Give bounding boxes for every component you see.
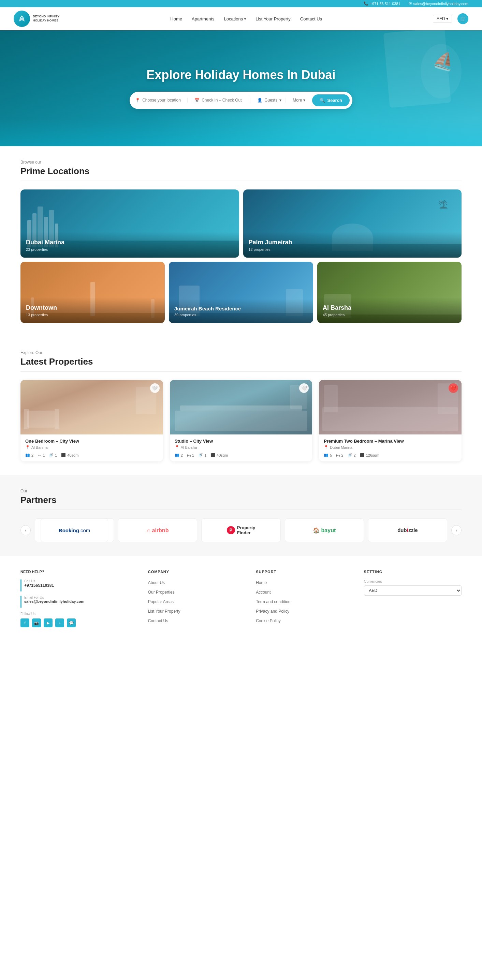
- cart-icon[interactable]: 🛒: [457, 13, 468, 24]
- wishlist-button-1[interactable]: 🤍: [150, 383, 160, 393]
- location-card-dubai-marina[interactable]: Dubai Marina 23 properties: [21, 189, 239, 258]
- locations-section-label: Browse our: [21, 160, 461, 165]
- partners-next-button[interactable]: ›: [451, 525, 461, 535]
- guests-field[interactable]: 👤 Guests ▾: [253, 98, 286, 103]
- footer-link-popular[interactable]: Popular Areas: [148, 598, 246, 605]
- navbar: BEYOND INFINITY HOLIDAY HOMES Home Apart…: [0, 7, 482, 30]
- guests-icon: 👥: [175, 453, 179, 457]
- social-row: f 📷 ▶ ♪ 💬: [21, 619, 138, 627]
- property-title-1: One Bedroom – City View: [25, 439, 158, 444]
- partners-prev-button[interactable]: ‹: [21, 525, 31, 535]
- partner-propertyfinder[interactable]: P PropertyFinder: [201, 518, 280, 542]
- meta-size-3: ⬛ 126sqm: [360, 453, 379, 457]
- property-card-1[interactable]: 🤍 One Bedroom – City View 📍 Al Barsha 👥 …: [21, 380, 163, 461]
- partners-section: Our Partners ‹ Booking.com ⌂ airbnb P Pr…: [0, 475, 482, 556]
- footer-link-privacy[interactable]: Privacy and Policy: [256, 608, 353, 614]
- property-meta-1: 👥 2 🛏 1 🚿 1 ⬛ 40sqm: [25, 453, 158, 457]
- footer-link-terms[interactable]: Term and condition: [256, 598, 353, 605]
- checkin-input[interactable]: [202, 98, 246, 103]
- properties-grid: 🤍 One Bedroom – City View 📍 Al Barsha 👥 …: [21, 380, 461, 461]
- wishlist-button-3[interactable]: ❤️: [448, 383, 458, 393]
- svg-point-0: [21, 17, 22, 18]
- meta-guests-2: 👥 2: [175, 453, 183, 457]
- contact-bar-phone: [21, 579, 21, 592]
- footer-link-account[interactable]: Account: [256, 589, 353, 595]
- currency-select[interactable]: AED USD EUR GBP: [364, 585, 461, 596]
- partner-airbnb[interactable]: ⌂ airbnb: [118, 518, 197, 542]
- partners-list: Booking.com ⌂ airbnb P PropertyFinder 🏠 …: [31, 518, 451, 542]
- top-bar-phone: 📞 +971 56 511 0381: [364, 2, 401, 6]
- email-icon: ✉: [409, 2, 412, 6]
- footer-link-list[interactable]: List Your Property: [148, 608, 246, 614]
- more-field[interactable]: More ▾: [289, 98, 310, 103]
- contact-email-info: Email For Us sales@beyondinfinilyholiday…: [24, 596, 84, 603]
- location-card-downtown[interactable]: Downtown 13 properties: [21, 262, 165, 323]
- locations-section: Browse our Prime Locations Dubai Marina …: [0, 146, 482, 337]
- property-location-1: 📍 Al Barsha: [25, 445, 158, 449]
- location-info-downtown: Downtown 13 properties: [21, 298, 165, 323]
- property-info-3: Premium Two Bedroom – Marina View 📍 Duba…: [319, 434, 461, 461]
- nav-list-property[interactable]: List Your Property: [255, 16, 290, 21]
- property-card-2[interactable]: 🤍 Studio – City View 📍 Al Barsha 👥 2 🛏 1: [170, 380, 313, 461]
- property-location-2: 📍 Al Barsha: [175, 445, 308, 449]
- contact-email-item: Email For Us sales@beyondinfinilyholiday…: [21, 596, 138, 608]
- phone-icon: 📞: [364, 2, 369, 6]
- partner-dubizzle[interactable]: dubizzle: [368, 518, 447, 542]
- footer-link-contact[interactable]: Contact Us: [148, 617, 246, 624]
- property-card-3[interactable]: ❤️ Premium Two Bedroom – Marina View 📍 D…: [319, 380, 461, 461]
- footer-link-cookie[interactable]: Cookie Policy: [256, 617, 353, 624]
- hero-background: ⛵: [0, 30, 482, 146]
- guests-icon: 👥: [324, 453, 329, 457]
- youtube-icon[interactable]: ▶: [44, 619, 53, 627]
- location-info-albarsha: Al Barsha 45 properties: [317, 298, 461, 323]
- latest-section-label: Explore Our: [21, 350, 461, 355]
- partner-booking[interactable]: Booking.com: [35, 518, 114, 542]
- currency-button[interactable]: AED ▾: [433, 15, 452, 23]
- bed-icon: 🛏: [187, 453, 191, 457]
- footer-link-home[interactable]: Home: [256, 579, 353, 585]
- search-icon: 🔍: [320, 98, 325, 103]
- dubizzle-logo-text: dubizzle: [397, 527, 418, 533]
- latest-properties-section: Explore Our Latest Properties 🤍 One Bedr…: [0, 337, 482, 475]
- contact-bar-email: [21, 596, 21, 608]
- top-bar: 📞 +971 56 511 0381 ✉ sales@beyondinfinil…: [0, 0, 482, 7]
- call-label: Call Us: [24, 579, 54, 583]
- hero-section: ⛵ Explore Holiday Homes In Dubai 📍 📅 👤 G…: [0, 30, 482, 146]
- nav-locations[interactable]: Locations ▾: [224, 16, 246, 21]
- facebook-icon[interactable]: f: [21, 619, 29, 627]
- location-card-albarsha[interactable]: Al Barsha 45 properties: [317, 262, 461, 323]
- contact-phone-info: Call Us +971565110381: [24, 579, 54, 588]
- locations-bottom-grid: Downtown 13 properties Jumeirah Beach Re…: [21, 262, 461, 323]
- footer-link-about[interactable]: About Us: [148, 579, 246, 585]
- pin-icon: 📍: [25, 445, 30, 449]
- bath-icon: 🚿: [49, 453, 54, 457]
- room-photo-2: [170, 380, 313, 434]
- footer-grid: NEED HELP? Call Us +971565110381 Email F…: [21, 570, 461, 627]
- nav-contact[interactable]: Contact Us: [300, 16, 322, 21]
- size-icon: ⬛: [61, 453, 66, 457]
- property-meta-3: 👥 5 🛏 2 🚿 2 ⬛ 126sqm: [324, 453, 457, 457]
- property-image-3: ❤️: [319, 380, 461, 434]
- company-heading: COMPANY: [148, 570, 246, 574]
- location-card-jumeirah[interactable]: Jumeirah Beach Residence 39 properties: [169, 262, 313, 323]
- footer: NEED HELP? Call Us +971565110381 Email F…: [0, 556, 482, 641]
- logo[interactable]: BEYOND INFINITY HOLIDAY HOMES: [14, 11, 60, 27]
- footer-link-properties[interactable]: Our Properties: [148, 589, 246, 595]
- nav-home[interactable]: Home: [170, 16, 182, 21]
- latest-section-title: Latest Properties: [21, 356, 461, 372]
- whatsapp-icon[interactable]: 💬: [67, 619, 76, 627]
- location-info-palm: Palm Jumeirah 12 properties: [243, 232, 462, 258]
- email-value: sales@beyondinfinilyholiday.com: [24, 600, 84, 603]
- location-info-dubai-marina: Dubai Marina 23 properties: [21, 232, 239, 258]
- chevron-down-icon: ▾: [446, 16, 448, 21]
- location-input[interactable]: [142, 98, 183, 103]
- search-button[interactable]: 🔍 Search: [312, 94, 349, 106]
- currencies-label: Currencies: [364, 579, 461, 583]
- location-card-palm-jumeirah[interactable]: 🏝 Palm Jumeirah 12 properties: [243, 189, 462, 258]
- instagram-icon[interactable]: 📷: [32, 619, 41, 627]
- tiktok-icon[interactable]: ♪: [55, 619, 64, 627]
- need-help-heading: NEED HELP?: [21, 570, 138, 574]
- nav-apartments[interactable]: Apartments: [192, 16, 214, 21]
- bed-icon: 🛏: [38, 453, 41, 457]
- partner-bayut[interactable]: 🏠 bayut: [285, 518, 364, 542]
